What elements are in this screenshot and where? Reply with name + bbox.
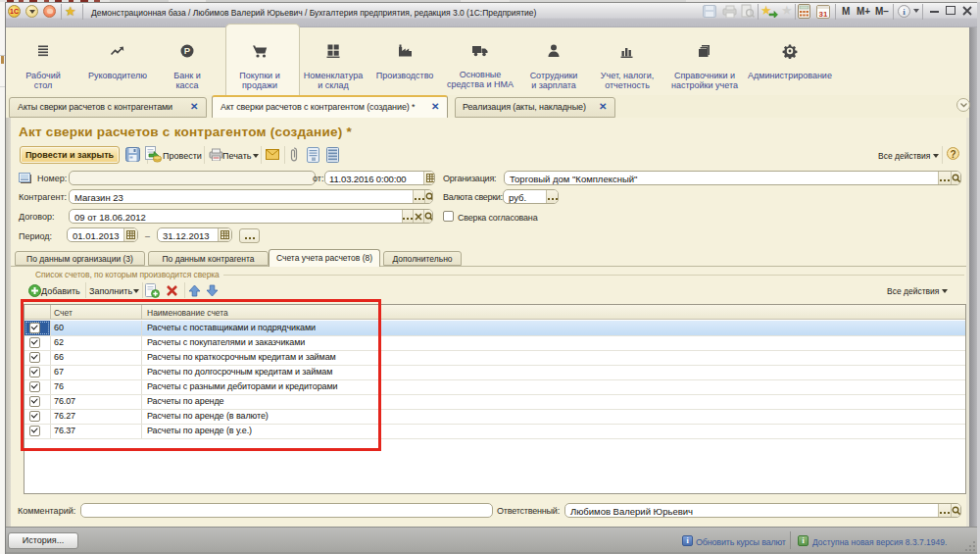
svg-text:P: P xyxy=(184,45,191,56)
svg-text:31: 31 xyxy=(819,10,828,19)
